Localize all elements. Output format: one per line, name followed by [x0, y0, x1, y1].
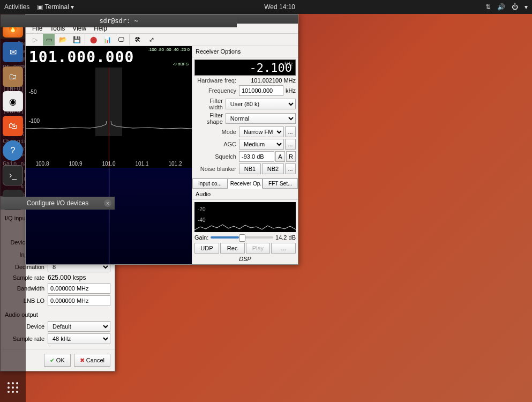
- cancel-button[interactable]: ✖Cancel: [74, 354, 110, 367]
- nb2-button[interactable]: NB2: [262, 163, 284, 174]
- mode-select[interactable]: Narrow FM: [239, 126, 284, 137]
- audio-options-button[interactable]: ...: [271, 243, 296, 254]
- sample-rate-value: 625.000 ksps: [48, 274, 86, 281]
- signal-ruler: -100 -80 -60 -40 -20 0: [148, 47, 190, 52]
- rec-button[interactable]: Rec: [220, 243, 245, 254]
- files-icon[interactable]: 🗂: [3, 66, 23, 87]
- show-apps-button[interactable]: [3, 377, 23, 398]
- gqrx-toolbar: ▷ ▭ 📂 💾 ⬤ 📊 🖵 🛠 ⤢: [26, 34, 298, 46]
- waterfall-plot[interactable]: [26, 168, 192, 264]
- play-button[interactable]: ▷: [29, 34, 41, 46]
- spectrum-plot[interactable]: -50 -100 100.8 100.9 101.0 101.1 101.2: [26, 68, 192, 264]
- audio-panel-title: Audio: [192, 189, 298, 200]
- record-button[interactable]: ⬤: [87, 34, 99, 46]
- receiver-tabs: Input co... Receiver Op... FFT Set...: [192, 178, 298, 189]
- activities-button[interactable]: Activities: [4, 3, 29, 11]
- frequency-input[interactable]: [239, 85, 283, 96]
- gnome-topbar: Activities ▣ Terminal ▾ Wed 14:10 ⇅ 🔊 ⏻ …: [0, 0, 532, 14]
- offset-freq-lcd[interactable]: -2.100 kHz: [194, 59, 296, 76]
- volume-icon[interactable]: 🔊: [497, 3, 505, 11]
- thunderbird-icon[interactable]: ✉: [3, 42, 23, 62]
- hw-freq-label: Hardware freq:: [194, 77, 236, 84]
- ok-button[interactable]: ✔OK: [44, 354, 71, 367]
- app-menu[interactable]: ▣ Terminal ▾: [37, 3, 74, 11]
- x-axis: 100.8 100.9 101.0 101.1 101.2: [26, 161, 192, 167]
- filter-shape-select[interactable]: Normal: [226, 113, 296, 124]
- tab-receiver-options[interactable]: Receiver Op...: [228, 178, 263, 189]
- gqrx-window: Gqrx 2.11.5 - driver=lime,soapy=0 File T…: [25, 14, 298, 265]
- io-dialog-titlebar[interactable]: Configure I/O devices ×: [1, 197, 115, 210]
- audio-device-select[interactable]: Default: [48, 321, 110, 332]
- hw-freq-value: 101.002100 MHz: [239, 77, 296, 84]
- gain-slider[interactable]: [211, 236, 273, 239]
- audio-rate-select[interactable]: 48 kHz: [48, 333, 110, 344]
- terminal-titlebar[interactable]: sdr@sdr: ~: [1, 14, 237, 27]
- lnb-lo-input[interactable]: [48, 295, 110, 306]
- close-icon[interactable]: ×: [104, 199, 111, 207]
- squelch-reset-button[interactable]: R: [286, 151, 296, 162]
- save-button[interactable]: 💾: [71, 34, 83, 46]
- filter-width-select[interactable]: User (80 k): [226, 99, 296, 109]
- play-button-audio: Play: [246, 243, 271, 254]
- audio-spectrum[interactable]: -20 -40: [194, 202, 296, 232]
- software-icon[interactable]: 🛍: [3, 116, 23, 136]
- nb-options-button[interactable]: ...: [285, 163, 296, 174]
- udp-button[interactable]: UDP: [194, 243, 219, 254]
- terminal-icon[interactable]: ›_: [3, 165, 23, 185]
- rhythmbox-icon[interactable]: ◉: [3, 91, 23, 111]
- power-icon[interactable]: ⏻: [512, 3, 518, 11]
- nb1-button[interactable]: NB1: [239, 163, 261, 174]
- gain-label: Gain:: [194, 234, 208, 241]
- fullscreen-button[interactable]: ⤢: [146, 34, 158, 46]
- squelch-input[interactable]: [239, 151, 274, 162]
- signal-level: -9 dBFS: [173, 62, 189, 66]
- squelch-auto-button[interactable]: A: [275, 151, 285, 162]
- help-icon[interactable]: ?: [3, 140, 23, 161]
- receiver-options-title: Receiver Options: [192, 46, 298, 57]
- config-button[interactable]: ▭: [43, 34, 55, 46]
- frequency-display[interactable]: 101.000.000 -100 -80 -60 -40 -20 0 -9 dB…: [26, 46, 192, 68]
- open-button[interactable]: 📂: [57, 34, 69, 46]
- agc-select[interactable]: Medium: [239, 139, 284, 150]
- spectrum-button[interactable]: 📊: [101, 34, 113, 46]
- network-icon[interactable]: ⇅: [485, 3, 491, 11]
- dsp-label: DSP: [194, 256, 296, 262]
- clock[interactable]: Wed 14:10: [74, 3, 485, 11]
- screenshot-button[interactable]: 🖵: [115, 34, 127, 46]
- bandwidth-input[interactable]: [48, 283, 110, 294]
- y-tick: -50: [29, 89, 36, 95]
- chevron-down-icon[interactable]: ▾: [524, 3, 528, 11]
- agc-options-button[interactable]: ...: [285, 139, 296, 150]
- tab-input-controls[interactable]: Input co...: [192, 178, 228, 189]
- mode-options-button[interactable]: ...: [285, 126, 296, 137]
- gain-value: 14.2 dB: [275, 234, 296, 241]
- tab-fft-settings[interactable]: FFT Set...: [263, 178, 298, 189]
- settings-button[interactable]: 🛠: [132, 34, 144, 46]
